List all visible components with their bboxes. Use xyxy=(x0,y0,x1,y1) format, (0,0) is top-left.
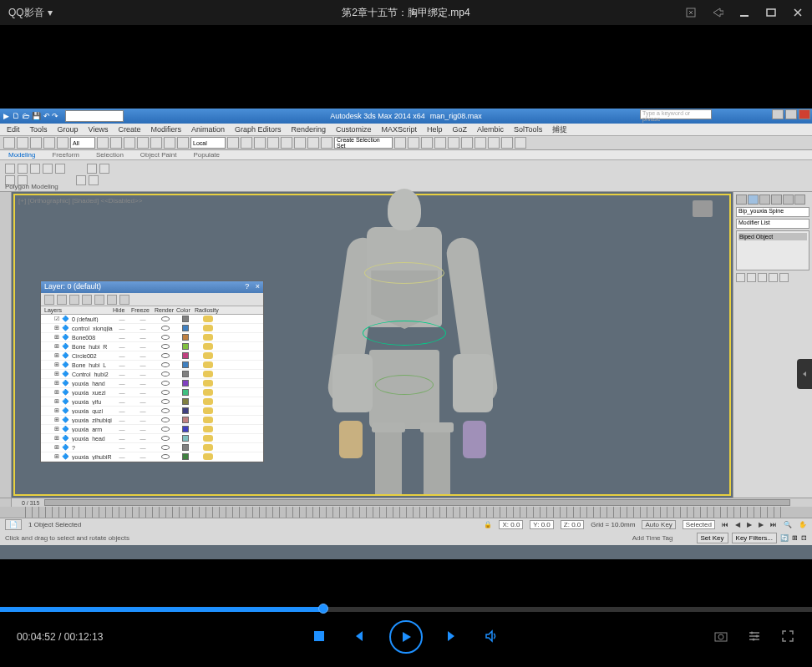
schematic-button[interactable] xyxy=(461,137,473,149)
unique-button[interactable] xyxy=(758,273,767,282)
layer-col-radiosity[interactable]: Radiosity xyxy=(195,307,221,313)
layer-row[interactable]: ⊞🔷youxia_hand —— xyxy=(41,379,263,388)
nav-zoom-icon[interactable]: 🔍 xyxy=(784,521,792,528)
layer-sel-button[interactable] xyxy=(82,295,92,305)
remove-mod-button[interactable] xyxy=(769,273,778,282)
redo-button[interactable] xyxy=(17,137,28,149)
object-name-field[interactable]: Bip_youxia Spine xyxy=(736,207,809,217)
max-minimize-icon[interactable] xyxy=(772,109,784,119)
layer-col-render[interactable]: Render xyxy=(155,307,176,313)
layers-button[interactable] xyxy=(421,137,433,149)
next-frame-icon[interactable]: ▶ xyxy=(759,521,764,528)
modifier-stack[interactable]: Biped Object xyxy=(736,230,809,270)
play-button[interactable] xyxy=(389,620,423,654)
config-button[interactable] xyxy=(779,273,789,282)
keymode-combo[interactable]: Selected xyxy=(683,520,715,529)
time-ruler[interactable] xyxy=(0,507,812,518)
create-tab-icon[interactable] xyxy=(736,195,747,205)
modifier-item[interactable]: Biped Object xyxy=(738,233,807,240)
menu-group[interactable]: Group xyxy=(58,125,79,134)
menu-goz[interactable]: GoZ xyxy=(453,125,468,134)
display-tab-icon[interactable] xyxy=(783,195,794,205)
script-button[interactable]: 📄 xyxy=(5,519,22,530)
play-anim-icon[interactable]: ▶ xyxy=(747,521,752,528)
poly-tool-5[interactable] xyxy=(55,164,65,174)
volume-button[interactable] xyxy=(485,629,500,644)
link-button[interactable] xyxy=(30,137,42,149)
mirror-button[interactable] xyxy=(394,137,406,149)
progress-thumb[interactable] xyxy=(318,604,328,614)
render-setup-button[interactable] xyxy=(488,137,500,149)
coord-z[interactable]: Z: 0.0 xyxy=(561,520,584,529)
ribbon-selection[interactable]: Selection xyxy=(96,151,124,159)
poly-tool-7[interactable] xyxy=(99,164,109,174)
selection-set-combo[interactable]: Create Selection Set xyxy=(334,137,393,149)
layer-row[interactable]: ⊞🔷youxia_arm —— xyxy=(41,425,263,434)
layer-row[interactable]: ⊞🔷Bone_hubi_L —— xyxy=(41,361,263,370)
layer-row[interactable]: ⊞🔷youxia_head —— xyxy=(41,434,263,443)
coord-combo[interactable]: Local xyxy=(190,137,226,149)
layer-row[interactable]: ⊞🔷Control_hubi2 —— xyxy=(41,370,263,379)
bind-button[interactable] xyxy=(57,137,69,149)
layer-panel-titlebar[interactable]: Layer: 0 (default) ? × xyxy=(41,281,263,293)
layer-freeze-button[interactable] xyxy=(119,295,129,305)
coord-x[interactable]: X: 0.0 xyxy=(499,520,523,529)
menu-help[interactable]: Help xyxy=(427,125,443,134)
menu-rendering[interactable]: Rendering xyxy=(292,125,327,134)
layer-row[interactable]: ⊞🔷youxia_zihubiqi —— xyxy=(41,416,263,425)
layer-col-freeze[interactable]: Freeze xyxy=(131,307,155,313)
center-button[interactable] xyxy=(227,137,239,149)
move-button[interactable] xyxy=(150,137,162,149)
curve-editor-button[interactable] xyxy=(448,137,459,149)
max-search-input[interactable]: Type a keyword or phrase xyxy=(640,109,712,119)
poly-tool-3[interactable] xyxy=(30,164,40,174)
minimize-icon[interactable] xyxy=(738,7,750,18)
motion-tab-icon[interactable] xyxy=(771,195,782,205)
app-logo[interactable]: QQ影音 ▾ xyxy=(8,6,53,20)
ribbon-freeform[interactable]: Freeform xyxy=(52,151,79,159)
menu-customize[interactable]: Customize xyxy=(336,125,372,134)
select-name-button[interactable] xyxy=(110,137,122,149)
layer-del-button[interactable] xyxy=(57,295,67,305)
layer-add-button[interactable] xyxy=(69,295,79,305)
menu-maxscript[interactable]: MAXScript xyxy=(382,125,418,134)
menu-animation[interactable]: Animation xyxy=(191,125,225,134)
max-maximize-icon[interactable] xyxy=(785,109,797,119)
setkey-button[interactable]: Set Key xyxy=(697,533,728,543)
material-button[interactable] xyxy=(475,137,486,149)
nav-pan-icon[interactable]: ✋ xyxy=(799,521,807,528)
render-button[interactable] xyxy=(515,137,526,149)
menu-捕捉[interactable]: 捕捉 xyxy=(552,124,567,135)
video-area[interactable]: ▶ 🗋 🗁 💾 ↶ ↷ Workspace: Default Autodesk … xyxy=(0,25,812,605)
poly-tool-4[interactable] xyxy=(43,164,53,174)
layer-panel-close-icon[interactable]: ? × xyxy=(245,282,260,292)
settings-icon[interactable] xyxy=(747,629,762,646)
layer-new-button[interactable] xyxy=(44,295,54,305)
progress-bar[interactable] xyxy=(0,607,812,612)
ribbon-object paint[interactable]: Object Paint xyxy=(140,151,177,159)
goto-start-icon[interactable]: ⏮ xyxy=(722,521,728,528)
menu-modifiers[interactable]: Modifiers xyxy=(150,125,181,134)
layer-row[interactable]: ⊞🔷? —— xyxy=(41,443,263,452)
share-icon[interactable] xyxy=(712,7,723,18)
viewport-label[interactable]: [+] [Orthographic] [Shaded] <<Disabled>> xyxy=(18,197,142,205)
stop-button[interactable] xyxy=(312,629,327,644)
menu-soltools[interactable]: SolTools xyxy=(514,125,542,134)
scale-button[interactable] xyxy=(177,137,189,149)
menu-create[interactable]: Create xyxy=(118,125,140,134)
coord-y[interactable]: Y: 0.0 xyxy=(530,520,553,529)
modifier-list-combo[interactable]: Modifier List xyxy=(736,219,809,229)
layer-row[interactable]: ⊞🔷control_xiongjia —— xyxy=(41,324,263,333)
menu-alembic[interactable]: Alembic xyxy=(477,125,504,134)
viewcube[interactable] xyxy=(693,200,713,217)
layer-row[interactable]: ☑🔷0 (default) —— xyxy=(41,315,263,324)
layer-hide-button[interactable] xyxy=(107,295,117,305)
nav-arc-icon[interactable]: 🔄 xyxy=(780,534,789,542)
pin-icon[interactable] xyxy=(685,7,697,18)
autokey-button[interactable]: Auto Key xyxy=(642,520,675,529)
layer-row[interactable]: ⊞🔷Bone008 —— xyxy=(41,333,263,342)
window-cross-button[interactable] xyxy=(137,137,149,149)
filter-combo[interactable]: All xyxy=(70,137,95,149)
poly-tool-6[interactable] xyxy=(87,164,97,174)
goto-end-icon[interactable]: ⏭ xyxy=(770,521,777,528)
